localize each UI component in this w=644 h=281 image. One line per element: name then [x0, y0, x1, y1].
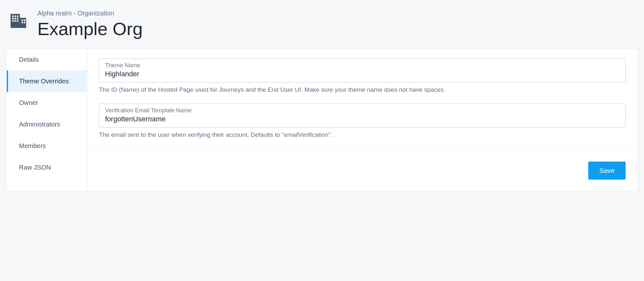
verification-email-label: Verification Email Template Name	[105, 107, 620, 114]
form-footer: Save	[87, 150, 637, 191]
svg-rect-2	[14, 15, 16, 17]
sidebar-item-label: Administrators	[19, 121, 60, 128]
sidebar-item-label: Details	[19, 56, 39, 63]
form-area: Theme Name The ID (Name) of the Hosted P…	[87, 49, 637, 150]
sidebar-item-members[interactable]: Members	[7, 135, 87, 157]
svg-rect-6	[17, 18, 18, 19]
svg-rect-11	[22, 19, 23, 21]
main-panel: Details Theme Overrides Owner Administra…	[6, 49, 638, 192]
svg-rect-5	[14, 18, 16, 19]
svg-rect-8	[14, 20, 16, 22]
content-area: Theme Name The ID (Name) of the Hosted P…	[87, 49, 637, 191]
organization-icon	[9, 12, 28, 32]
sidebar: Details Theme Overrides Owner Administra…	[7, 49, 87, 191]
sidebar-item-label: Members	[19, 142, 46, 149]
svg-rect-1	[12, 15, 14, 17]
input-wrapper: Verification Email Template Name	[99, 104, 626, 127]
breadcrumb: Alpha realm - Organization	[37, 10, 143, 17]
page-header: Alpha realm - Organization Example Org	[6, 10, 638, 39]
input-wrapper: Theme Name	[99, 59, 626, 82]
verification-email-help: The email sent to the user when verifyin…	[99, 131, 626, 139]
theme-name-input[interactable]	[105, 70, 620, 78]
svg-rect-12	[24, 19, 25, 21]
theme-name-help: The ID (Name) of the Hosted Page used fo…	[99, 86, 626, 94]
svg-rect-9	[17, 20, 18, 22]
sidebar-item-administrators[interactable]: Administrators	[7, 114, 87, 135]
svg-rect-3	[17, 15, 18, 17]
svg-rect-4	[12, 18, 14, 19]
sidebar-item-label: Theme Overrides	[19, 78, 69, 85]
verification-email-input[interactable]	[105, 115, 620, 123]
form-group-theme-name: Theme Name The ID (Name) of the Hosted P…	[99, 59, 626, 94]
svg-rect-7	[12, 20, 14, 22]
svg-rect-14	[24, 22, 25, 23]
theme-name-label: Theme Name	[105, 62, 620, 69]
sidebar-item-label: Owner	[19, 99, 38, 106]
sidebar-item-raw-json[interactable]: Raw JSON	[7, 157, 87, 178]
sidebar-item-details[interactable]: Details	[7, 49, 87, 70]
svg-rect-13	[22, 22, 23, 23]
sidebar-item-label: Raw JSON	[19, 164, 51, 171]
page-title: Example Org	[37, 19, 143, 39]
save-button[interactable]: Save	[588, 162, 626, 180]
sidebar-item-owner[interactable]: Owner	[7, 92, 87, 114]
form-group-verification-email: Verification Email Template Name The ema…	[99, 104, 626, 139]
sidebar-item-theme-overrides[interactable]: Theme Overrides	[7, 70, 87, 92]
